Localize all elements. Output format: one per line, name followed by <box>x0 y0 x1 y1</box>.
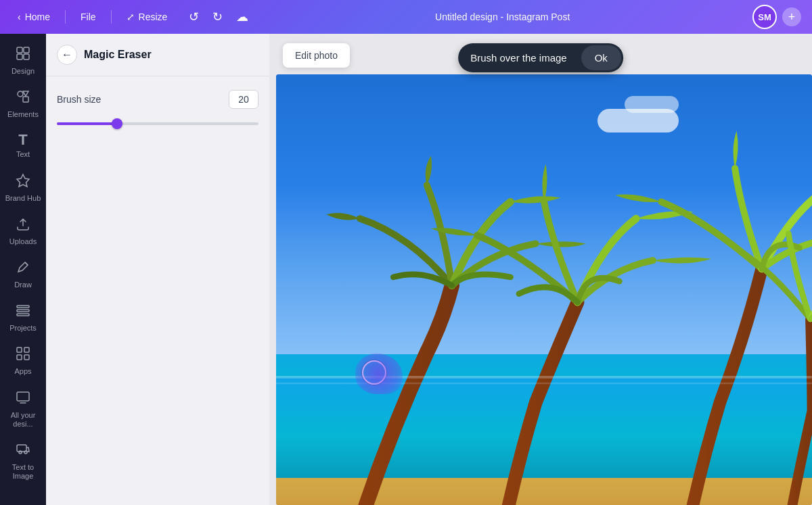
resize-icon: ⤢ <box>127 11 135 22</box>
sidebar-item-design[interactable]: Design <box>0 39 46 82</box>
svg-rect-1 <box>24 47 29 53</box>
all-designs-icon <box>16 390 30 408</box>
sidebar-item-label: All your desi... <box>4 411 42 429</box>
sidebar-item-label: Apps <box>14 367 31 376</box>
palms-svg <box>276 74 812 505</box>
nav-actions: SM + <box>752 5 801 29</box>
edit-toolbar: Edit photo <box>283 43 350 68</box>
slider-track <box>57 122 258 125</box>
svg-rect-11 <box>17 314 29 316</box>
panel-title: Magic Eraser <box>84 49 152 61</box>
svg-rect-2 <box>17 54 22 59</box>
cloud-icon: ☁ <box>236 9 248 24</box>
panel-back-button[interactable]: ← <box>57 45 77 65</box>
file-button[interactable]: File <box>74 7 103 26</box>
sidebar-item-text-to-image[interactable]: Text to Image <box>0 435 46 487</box>
brush-cursor <box>362 360 386 385</box>
sidebar-item-all-designs[interactable]: All your desi... <box>0 383 46 435</box>
magic-eraser-panel: ← Magic Eraser Brush size 20 <box>46 34 269 505</box>
svg-rect-3 <box>24 54 29 59</box>
brush-size-value: 20 <box>229 90 258 109</box>
redo-icon: ↻ <box>212 9 223 24</box>
sidebar-item-apps[interactable]: Apps <box>0 339 46 383</box>
brush-tooltip: Brush over the image Ok <box>458 43 623 72</box>
main-area: Design Elements T Text Brand Hub Uploads <box>0 34 812 505</box>
redo-button[interactable]: ↻ <box>208 5 227 28</box>
slider-thumb[interactable] <box>112 118 122 129</box>
resize-label: Resize <box>139 11 168 22</box>
slider-fill <box>57 122 117 125</box>
sidebar-item-label: Text to Image <box>4 463 42 481</box>
svg-rect-12 <box>17 347 22 352</box>
svg-rect-16 <box>17 392 29 401</box>
brush-size-slider[interactable] <box>57 117 258 130</box>
elements-icon <box>16 89 30 107</box>
back-icon: ← <box>62 49 72 61</box>
document-title: Untitled design - Instagram Post <box>258 11 747 22</box>
undo-icon: ↺ <box>189 9 199 24</box>
svg-rect-9 <box>17 306 29 308</box>
avatar[interactable]: SM <box>752 5 777 29</box>
panel-content: Brush size 20 <box>46 76 269 505</box>
avatar-initials: SM <box>758 12 771 22</box>
svg-line-8 <box>25 262 28 265</box>
sidebar-item-uploads[interactable]: Uploads <box>0 210 46 253</box>
home-button[interactable]: ‹ Home <box>11 7 57 26</box>
brush-size-label: Brush size <box>57 94 101 105</box>
svg-point-19 <box>24 451 27 454</box>
sidebar-item-draw[interactable]: Draw <box>0 253 46 296</box>
undo-button[interactable]: ↺ <box>185 5 203 28</box>
cloud-save-button[interactable]: ☁ <box>232 5 252 28</box>
design-icon <box>16 46 30 64</box>
svg-marker-6 <box>23 91 28 96</box>
projects-icon <box>16 303 30 321</box>
nav-divider <box>65 10 66 24</box>
svg-marker-7 <box>17 174 29 187</box>
svg-rect-14 <box>17 355 22 360</box>
panel-header: ← Magic Eraser <box>46 34 269 76</box>
canvas-image[interactable] <box>276 74 812 505</box>
plus-icon: + <box>788 10 796 24</box>
sidebar-item-projects[interactable]: Projects <box>0 296 46 339</box>
sidebar-item-label: Design <box>12 67 35 76</box>
svg-rect-15 <box>24 355 29 360</box>
sidebar-item-label: Draw <box>14 281 32 289</box>
sidebar-item-label: Text <box>16 150 30 159</box>
scene <box>276 74 812 505</box>
sidebar-item-label: Projects <box>9 324 37 333</box>
tooltip-text: Brush over the image <box>458 45 579 70</box>
svg-rect-5 <box>23 97 28 102</box>
resize-button[interactable]: ⤢ Resize <box>120 7 175 26</box>
svg-rect-10 <box>17 310 29 312</box>
brush-size-row: Brush size 20 <box>57 90 258 109</box>
uploads-icon <box>16 216 30 235</box>
sidebar: Design Elements T Text Brand Hub Uploads <box>0 34 46 505</box>
apps-icon <box>16 346 30 364</box>
navbar: ‹ Home File ⤢ Resize ↺ ↻ ☁ Untitled desi… <box>0 0 812 34</box>
text-to-image-icon <box>16 442 30 460</box>
sidebar-item-brand-hub[interactable]: Brand Hub <box>0 166 46 210</box>
edit-photo-button[interactable]: Edit photo <box>283 43 350 68</box>
sidebar-item-label: Elements <box>7 110 39 119</box>
draw-icon <box>16 260 30 278</box>
svg-rect-13 <box>24 347 29 352</box>
svg-rect-21 <box>276 478 812 505</box>
svg-point-4 <box>18 91 23 97</box>
add-collaborator-button[interactable]: + <box>782 7 801 26</box>
tooltip-ok-button[interactable]: Ok <box>581 45 621 70</box>
file-label: File <box>81 11 96 22</box>
sidebar-item-text[interactable]: T Text <box>0 126 46 166</box>
brand-hub-icon <box>16 173 30 191</box>
canvas-area[interactable]: Edit photo Brush over the image Ok <box>269 34 812 505</box>
nav-divider-2 <box>111 10 112 24</box>
home-label: Home <box>25 11 50 22</box>
svg-rect-0 <box>17 47 22 53</box>
sidebar-item-elements[interactable]: Elements <box>0 82 46 126</box>
svg-point-18 <box>19 451 22 454</box>
text-icon: T <box>18 133 27 147</box>
sidebar-item-label: Uploads <box>9 237 37 246</box>
sidebar-item-label: Brand Hub <box>5 194 41 203</box>
chevron-left-icon: ‹ <box>18 11 21 22</box>
